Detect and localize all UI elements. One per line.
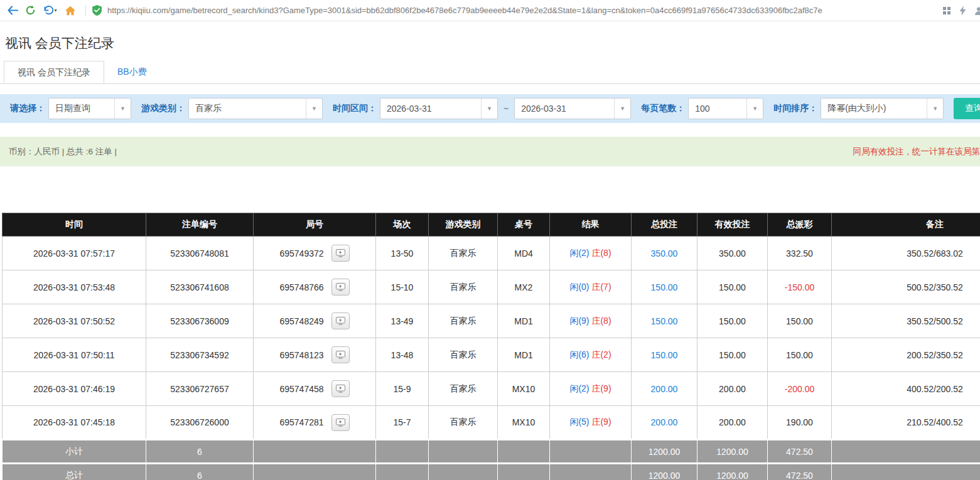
cell-game-type: 百家乐 [429,237,498,270]
address-bar[interactable]: https://kiqiiu.com/game/betrecord_search… [92,5,935,16]
security-shield-icon[interactable] [92,5,102,16]
result-player: 闲(2) [569,248,589,258]
cell-session: 15-9 [376,372,429,406]
cell-session: 13-49 [376,304,429,338]
summary-cell [376,464,429,480]
page-size-select[interactable]: 100 ▼ [688,98,763,119]
total-bet-link[interactable]: 150.00 [651,316,678,326]
cell-payout: -150.00 [768,270,832,304]
cell-valid-bet: 200.00 [697,372,768,406]
cell-bet-id: 523306736009 [146,304,254,338]
cell-session: 13-48 [376,338,429,372]
result-player: 闲(6) [569,349,589,360]
result-player: 闲(0) [569,282,589,292]
round-id-value: 695748123 [279,350,323,360]
cell-payout: 150.00 [768,338,832,372]
cell-session: 13-50 [376,237,429,270]
video-replay-icon [336,351,345,359]
summary-cell: 1200.00 [632,464,697,480]
round-id-value: 695748766 [279,282,323,292]
cell-game-type: 百家乐 [429,372,498,406]
sort-order-select[interactable]: 降幂(由大到小) ▼ [821,98,944,119]
toolbar-right-icons [935,6,977,16]
date-to-select[interactable]: 2026-03-31 ▼ [514,98,631,119]
game-type-select[interactable]: 百家乐 ▼ [188,98,323,119]
cell-payout: 332.50 [768,237,832,270]
date-range-separator: ~ [503,104,509,114]
cell-valid-bet: 200.00 [697,406,768,440]
cell-total-bet: 150.00 [632,304,697,338]
summary-cell [429,440,498,464]
result-player: 闲(9) [569,316,589,326]
cell-note: 200.52/350.52 [832,338,980,372]
date-from-select[interactable]: 2026-03-31 ▼ [380,98,498,119]
summary-cell: 6 [146,440,254,464]
column-header-2: 局号 [254,213,376,237]
cell-result: 闲(2) 庄(8) [550,237,632,270]
undo-button[interactable]: ▾ [39,2,62,19]
cell-total-bet: 150.00 [632,338,697,372]
cell-payout: 150.00 [768,304,832,338]
video-replay-button[interactable] [331,380,350,397]
total-bet-link[interactable]: 150.00 [651,350,678,360]
url-text[interactable]: https://kiqiiu.com/game/betrecord_search… [107,6,822,15]
round-id-value: 695747281 [279,417,323,427]
tab-bb-tips[interactable]: BB小费 [104,61,160,83]
back-button[interactable] [4,2,21,19]
result-banker: 庄(8) [591,248,611,258]
cell-note: 210.52/400.52 [832,406,980,440]
refresh-button[interactable] [21,2,39,19]
result-player: 闲(5) [569,417,589,427]
video-replay-icon [336,419,345,427]
column-header-5: 桌号 [498,213,550,237]
tab-bar: 视讯 会员下注纪录 BB小费 [0,61,980,84]
cell-valid-bet: 150.00 [697,304,768,338]
column-header-8: 有效投注 [697,213,768,237]
total-bet-link[interactable]: 200.00 [651,417,678,427]
cell-bet-id: 523306734592 [146,338,254,372]
summary-cell: 472.50 [768,464,832,480]
video-replay-button[interactable] [331,245,350,262]
cell-game-type: 百家乐 [429,304,498,338]
cell-bet-id: 523306727657 [146,372,254,406]
back-icon [7,6,18,15]
cell-time: 2026-03-31 07:45:18 [3,406,146,440]
cell-total-bet: 200.00 [632,406,697,440]
user-icon[interactable] [974,6,980,15]
table-row: 2026-03-31 07:50:52523306736009695748249… [3,304,980,338]
summary-cell [832,464,980,480]
chevron-down-icon: ▼ [481,99,497,119]
grid-icon[interactable] [942,6,951,15]
game-type-label: 游戏类别： [141,103,185,114]
home-icon [65,6,76,16]
summary-cell [254,440,376,464]
summary-cell [550,464,632,480]
lightning-icon[interactable] [959,6,966,16]
video-replay-button[interactable] [331,346,350,363]
video-replay-button[interactable] [331,279,350,296]
cell-table-no: MD1 [498,338,550,372]
result-banker: 庄(7) [591,282,611,292]
column-header-3: 场次 [376,213,429,237]
cell-total-bet: 200.00 [632,372,697,406]
column-header-1: 注单编号 [146,213,254,237]
result-banker: 庄(9) [591,417,611,427]
total-bet-link[interactable]: 150.00 [651,282,678,292]
history-dropdown-icon[interactable]: ▾ [54,8,57,13]
video-replay-button[interactable] [331,312,350,329]
tab-bet-records[interactable]: 视讯 会员下注纪录 [4,61,104,83]
video-replay-icon [336,249,345,257]
summary-cell [832,440,980,464]
search-button[interactable]: 查询 [954,98,980,119]
date-mode-select[interactable]: 日期查询 ▼ [48,98,131,119]
cell-total-bet: 350.00 [632,237,697,270]
cell-bet-id: 523306748081 [146,237,254,270]
video-replay-icon [336,283,345,291]
table-body: 2026-03-31 07:57:17523306748081695749372… [3,237,980,440]
total-bet-link[interactable]: 350.00 [651,248,678,259]
video-replay-button[interactable] [331,414,350,431]
cell-round-id: 695749372 [254,237,376,270]
summary-cell [550,440,632,464]
home-button[interactable] [62,2,79,19]
total-bet-link[interactable]: 200.00 [651,384,678,394]
